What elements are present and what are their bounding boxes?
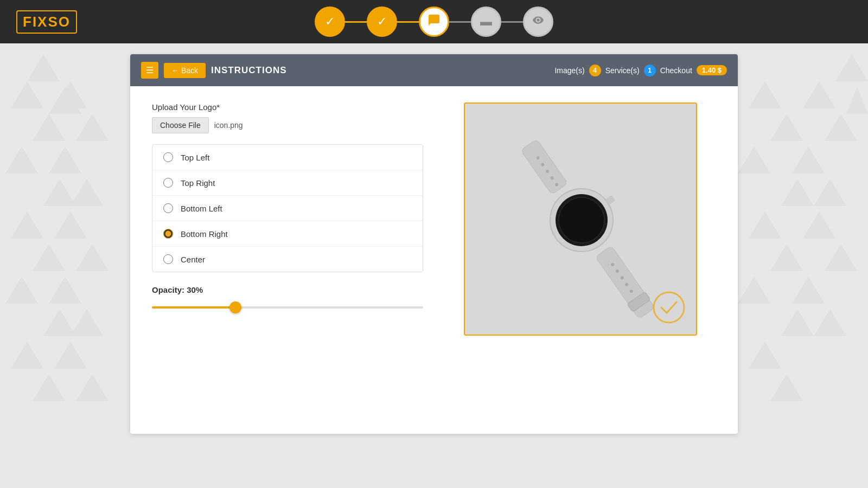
radio-center[interactable] — [163, 254, 173, 264]
step-2-icon: ✓ — [377, 15, 387, 29]
option-top-right[interactable]: Top Right — [152, 170, 423, 196]
content-panel: ☰ ← Back INSTRUCTIONS Image(s) 4 Service… — [130, 54, 738, 434]
services-label: Service(s) — [605, 66, 640, 75]
step-indicators: ✓ ✓ ▬ — [315, 7, 553, 37]
step-1[interactable]: ✓ — [315, 7, 345, 37]
step-4-icon: ▬ — [480, 15, 492, 29]
option-top-left[interactable]: Top Left — [152, 145, 423, 170]
choose-file-button[interactable]: Choose File — [152, 117, 209, 133]
opacity-label: Opacity: 30% — [152, 285, 423, 294]
logo: FIXSO — [16, 10, 77, 34]
step-line-1-2 — [345, 21, 367, 23]
opacity-value: 30% — [187, 285, 203, 294]
top-nav: FIXSO ✓ ✓ ▬ — [0, 0, 868, 43]
back-button[interactable]: ← Back — [164, 63, 206, 78]
label-top-right: Top Right — [181, 178, 215, 188]
step-4[interactable]: ▬ — [471, 7, 501, 37]
step-3[interactable] — [419, 7, 449, 37]
opacity-slider[interactable] — [152, 306, 423, 309]
panel-body: Upload Your Logo* Choose File icon.png T… — [130, 86, 738, 352]
radio-bottom-right[interactable] — [163, 229, 173, 239]
step-line-4-5 — [501, 21, 523, 23]
radio-top-left[interactable] — [163, 152, 173, 162]
checkout-price-badge: 1.40 $ — [697, 65, 727, 75]
left-section: Upload Your Logo* Choose File icon.png T… — [152, 102, 423, 336]
instructions-label: INSTRUCTIONS — [211, 65, 287, 76]
radio-bottom-left[interactable] — [163, 203, 173, 213]
hamburger-button[interactable]: ☰ — [141, 62, 158, 79]
panel-header-left: ☰ ← Back INSTRUCTIONS — [141, 62, 287, 79]
images-label: Image(s) — [554, 66, 584, 75]
option-bottom-right[interactable]: Bottom Right — [152, 221, 423, 247]
images-count-badge: 4 — [589, 65, 601, 76]
svg-point-60 — [654, 292, 684, 323]
panel-header: ☰ ← Back INSTRUCTIONS Image(s) 4 Service… — [130, 54, 738, 86]
right-section — [445, 102, 716, 336]
checkout-label: Checkout — [660, 66, 692, 75]
step-5-icon — [532, 14, 544, 29]
label-top-left: Top Left — [181, 153, 209, 162]
option-center[interactable]: Center — [152, 247, 423, 272]
step-1-icon: ✓ — [325, 15, 335, 29]
file-name-display: icon.png — [214, 121, 243, 130]
step-line-2-3 — [397, 21, 419, 23]
upload-label: Upload Your Logo* — [152, 102, 423, 112]
image-preview — [464, 102, 697, 336]
step-5[interactable] — [523, 7, 553, 37]
position-radio-group: Top Left Top Right Bottom Left Bottom Ri… — [152, 144, 423, 272]
label-bottom-right: Bottom Right — [181, 229, 228, 239]
opacity-section: Opacity: 30% — [152, 285, 423, 311]
step-2[interactable]: ✓ — [367, 7, 397, 37]
option-bottom-left[interactable]: Bottom Left — [152, 196, 423, 221]
file-input-row: Choose File icon.png — [152, 117, 423, 133]
logo-text: FIXSO — [16, 10, 77, 34]
step-line-3-4 — [449, 21, 471, 23]
label-center: Center — [181, 255, 205, 264]
services-count-badge: 1 — [644, 65, 656, 76]
panel-header-right: Image(s) 4 Service(s) 1 Checkout 1.40 $ — [554, 65, 727, 76]
radio-top-right[interactable] — [163, 178, 173, 188]
label-bottom-left: Bottom Left — [181, 204, 222, 213]
step-3-icon — [427, 14, 441, 30]
watermark-overlay — [653, 291, 685, 324]
main-wrapper: ☰ ← Back INSTRUCTIONS Image(s) 4 Service… — [0, 43, 868, 445]
opacity-text: Opacity: — [152, 285, 184, 294]
